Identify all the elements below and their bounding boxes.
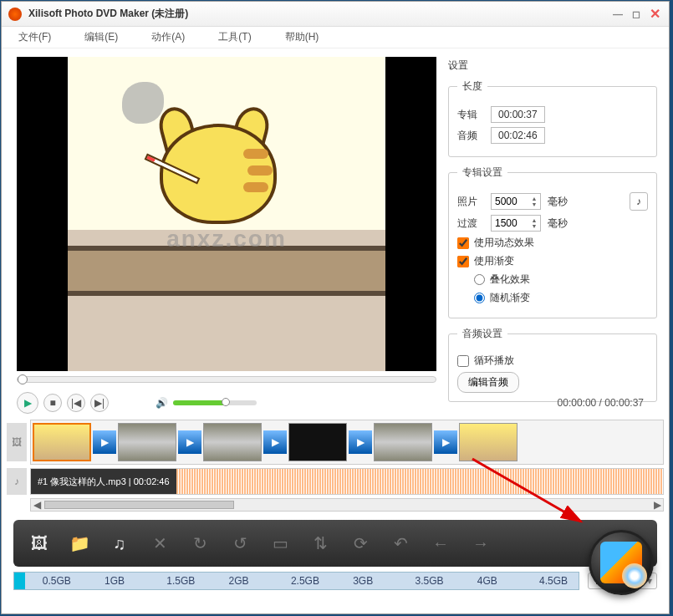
menu-tools[interactable]: 工具(T) [218, 30, 251, 44]
edit-audio-button[interactable]: 编辑音频 [457, 372, 519, 393]
audio-track-icon: ♪ [7, 468, 27, 495]
size-bar: 0.5GB 1GB 1.5GB 2GB 2.5GB 3GB 3.5GB 4GB … [13, 572, 657, 590]
timeline-thumb[interactable] [288, 423, 347, 461]
settings-panel: 设置 长度 专辑 00:00:37 音频 00:02:46 专辑设置 照片 [436, 48, 669, 389]
titlebar: Xilisoft Photo DVD Maker (未注册) — ◻ ✕ [2, 2, 669, 27]
app-icon [8, 8, 22, 21]
scroll-left-icon[interactable]: ◀ [31, 499, 43, 511]
undo-button[interactable]: ↶ [386, 529, 415, 557]
transition-icon[interactable]: ▶ [178, 430, 201, 454]
rotate-cw-button[interactable]: ↻ [186, 529, 214, 557]
transition-duration-spinner[interactable]: ▲▼ [491, 215, 541, 232]
volume-slider[interactable] [173, 400, 257, 405]
settings-heading: 设置 [448, 59, 657, 73]
next-button[interactable]: ▶| [90, 394, 109, 412]
prev-icon: |◀ [71, 397, 81, 409]
menu-edit[interactable]: 编辑(E) [84, 30, 118, 44]
stop-icon: ■ [49, 397, 55, 409]
music-icon: ♪ [636, 196, 641, 207]
menu-file[interactable]: 文件(F) [18, 30, 51, 44]
preview-viewport: anxz.com [17, 57, 436, 371]
delete-button[interactable]: ✕ [145, 529, 174, 557]
speaker-icon[interactable]: 🔊 [156, 397, 168, 409]
transition-icon[interactable]: ▶ [434, 430, 457, 454]
audio-length-label: 音频 [457, 129, 484, 143]
transition-duration-label: 过渡 [457, 216, 484, 231]
window-title: Xilisoft Photo DVD Maker (未注册) [28, 7, 610, 21]
crop-button[interactable]: ▭ [266, 529, 294, 557]
burn-icon [600, 542, 642, 583]
sort-button[interactable]: ⇅ [306, 529, 334, 557]
minimize-button[interactable]: — [610, 7, 625, 22]
timeline-scrollbar[interactable]: ◀ ▶ [30, 498, 664, 512]
content-area: anxz.com 设置 长度 专辑 00:00:37 音频 00:02:46 专… [2, 48, 669, 389]
gradient-checkbox[interactable] [457, 256, 469, 267]
maximize-button[interactable]: ◻ [629, 7, 644, 22]
play-button[interactable]: ▶ [17, 392, 38, 414]
prev-button[interactable]: |◀ [67, 394, 85, 412]
play-icon: ▶ [24, 397, 32, 409]
timeline-thumb[interactable] [459, 423, 517, 461]
move-left-button[interactable]: ← [426, 529, 455, 557]
spin-down-icon[interactable]: ▼ [528, 223, 540, 229]
bottom-toolbar: 🖼 📁 ♫ ✕ ↻ ↺ ▭ ⇅ ⟳ ↶ ← → [13, 520, 657, 567]
add-folder-button[interactable]: 📁 [65, 529, 94, 557]
timeline-thumb[interactable] [33, 423, 91, 461]
add-music-button[interactable]: ♫ [105, 529, 134, 557]
spin-down-icon[interactable]: ▼ [528, 201, 540, 207]
add-photo-button[interactable]: 🖼 [25, 529, 54, 557]
album-settings-group: 专辑设置 照片 ▲▼ 毫秒 ♪ 过渡 ▲▼ 毫秒 [448, 165, 657, 318]
loop-checkbox[interactable] [457, 355, 469, 367]
timeline-thumb[interactable] [374, 423, 432, 461]
stop-button[interactable]: ■ [43, 394, 62, 412]
window-buttons: — ◻ ✕ [610, 7, 662, 22]
dynamic-effect-checkbox[interactable] [457, 237, 469, 249]
photo-duration-spinner[interactable]: ▲▼ [491, 193, 541, 210]
photo-duration-input[interactable] [492, 194, 528, 209]
ruler-tick: 4GB [477, 575, 497, 587]
music-settings-button[interactable]: ♪ [630, 192, 648, 211]
size-ruler: 0.5GB 1GB 1.5GB 2GB 2.5GB 3GB 3.5GB 4GB … [13, 572, 579, 590]
photo-duration-label: 照片 [457, 195, 484, 209]
timeline-thumb[interactable] [203, 423, 262, 461]
preview-seekbar[interactable] [17, 376, 436, 383]
ruler-tick: 0.5GB [43, 575, 71, 587]
photo-thumbnails[interactable]: ▶ ▶ ▶ ▶ ▶ [30, 420, 664, 465]
close-button[interactable]: ✕ [647, 7, 662, 22]
watermark: anxz.com [166, 226, 287, 252]
spin-up-icon[interactable]: ▲ [528, 217, 540, 223]
spin-up-icon[interactable]: ▲ [528, 196, 540, 201]
next-icon: ▶| [94, 397, 105, 409]
transition-icon[interactable]: ▶ [93, 430, 116, 454]
ruler-tick: 3GB [353, 575, 373, 587]
album-length-label: 专辑 [457, 108, 484, 122]
random-gradient-radio[interactable] [474, 293, 485, 303]
audio-clip-label[interactable]: #1 像我这样的人.mp3 | 00:02:46 [31, 469, 176, 494]
random-gradient-label: 随机渐变 [490, 291, 530, 305]
burn-dvd-button[interactable] [589, 530, 654, 595]
ruler-tick: 2GB [229, 575, 249, 587]
refresh-button[interactable]: ⟳ [346, 529, 375, 557]
picture-icon: 🖼 [12, 436, 22, 448]
rotate-ccw-button[interactable]: ↺ [226, 529, 254, 557]
photo-track-icon: 🖼 [7, 423, 27, 461]
transition-duration-input[interactable] [492, 216, 528, 231]
transition-icon[interactable]: ▶ [263, 430, 287, 454]
menubar: 文件(F) 编辑(E) 动作(A) 工具(T) 帮助(H) [2, 27, 669, 48]
timeline: 🖼 ▶ ▶ ▶ ▶ ▶ ♪ #1 像我这样的人.mp3 | 00:02:46 [2, 416, 669, 512]
timeline-thumb[interactable] [118, 423, 176, 461]
transition-icon[interactable]: ▶ [349, 430, 372, 454]
preview-pane: anxz.com [2, 48, 436, 389]
overlay-effect-radio[interactable] [474, 274, 485, 285]
move-right-button[interactable]: → [467, 529, 495, 557]
album-settings-legend: 专辑设置 [457, 165, 507, 180]
menu-help[interactable]: 帮助(H) [285, 30, 319, 44]
scroll-right-icon[interactable]: ▶ [651, 499, 663, 511]
scroll-thumb[interactable] [44, 501, 234, 509]
time-display: 00:00:00 / 00:00:37 [558, 397, 644, 409]
ruler-tick: 2.5GB [291, 575, 319, 587]
album-length-value: 00:00:37 [491, 106, 545, 123]
audio-waveform[interactable]: #1 像我这样的人.mp3 | 00:02:46 [30, 468, 664, 495]
menu-action[interactable]: 动作(A) [151, 30, 185, 44]
audio-settings-group: 音频设置 循环播放 编辑音频 [448, 327, 657, 402]
